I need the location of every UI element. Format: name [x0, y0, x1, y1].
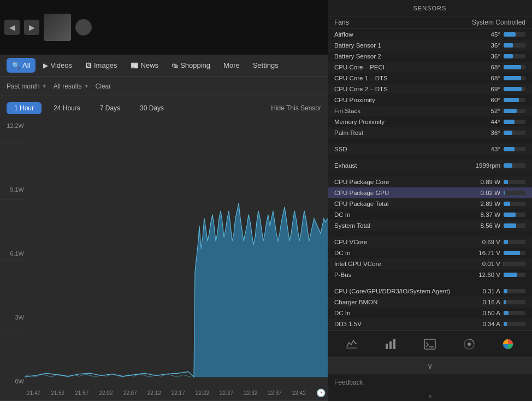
sensor-bar — [504, 262, 504, 266]
sensor-divider-11 — [328, 155, 532, 160]
sensor-bar — [504, 322, 507, 326]
x-label-1: 21:52 — [51, 390, 64, 396]
x-label-9: 22:32 — [244, 390, 257, 396]
tab-settings[interactable]: Settings — [247, 58, 284, 73]
sensor-bar-wrap — [504, 322, 525, 326]
cpu-graph-icon[interactable] — [343, 335, 360, 353]
filter-bar: Past month ▼ All results ▼ Clear — [0, 76, 328, 96]
browser-top: ◀ ▶ — [0, 0, 328, 55]
sensor-row: CPU Proximity 60° — [328, 95, 532, 105]
sensor-bar — [504, 54, 513, 58]
feedback-link[interactable]: Feedback — [334, 379, 363, 386]
sensor-name: P-Bus — [334, 272, 462, 278]
toolbar-bottom — [328, 330, 532, 357]
x-label-6: 22:17 — [172, 390, 185, 396]
sensor-name: Intel GPU VCore — [334, 261, 462, 267]
sensor-bar-wrap — [504, 262, 525, 266]
disk-icon[interactable] — [460, 335, 478, 353]
sensor-bar-wrap — [504, 43, 525, 48]
time-filter[interactable]: Past month ▼ — [7, 82, 47, 90]
7days-button[interactable]: 7 Days — [92, 102, 128, 114]
results-filter[interactable]: All results ▼ — [54, 82, 89, 90]
sensor-divider-12 — [328, 171, 532, 176]
sensor-value: 12.60 V — [462, 272, 500, 278]
30days-button[interactable]: 30 Days — [132, 102, 172, 114]
y-label-2: 9.1W — [2, 186, 24, 193]
sensor-name: Fin Stack — [334, 108, 462, 114]
1hour-button[interactable]: 1 Hour — [7, 102, 42, 114]
sensor-bar — [504, 87, 522, 91]
sensor-value: 0.16 A — [462, 299, 500, 305]
x-label-0: 21:47 — [27, 390, 40, 396]
left-panel: ◀ ▶ 🔍 All ▶ Videos 🖼 Images 📰 News 🛍 Sho… — [0, 0, 328, 401]
sensor-bar — [504, 240, 508, 244]
sensor-bar — [504, 191, 505, 195]
sensor-value: 0.01 V — [462, 261, 500, 267]
sensor-bar-wrap — [504, 131, 525, 135]
sensor-value: 0.02 W — [462, 190, 500, 196]
tab-news[interactable]: 📰 News — [125, 58, 164, 73]
tab-all[interactable]: 🔍 All — [7, 58, 36, 73]
sensor-bar-wrap — [504, 54, 525, 58]
sensor-name: CPU Core 1 – DTS — [334, 75, 462, 81]
sensor-name: CPU VCore — [334, 239, 462, 245]
sensor-row: CPU Core – PECI 68° — [328, 62, 532, 73]
clear-button[interactable]: Clear — [96, 82, 111, 90]
collapse-button[interactable]: ∧ — [328, 390, 532, 401]
sensor-name: CPU Core – PECI — [334, 64, 462, 70]
terminal-icon[interactable] — [421, 335, 439, 353]
sensor-value: 8.56 W — [462, 222, 500, 229]
avatar — [75, 19, 92, 36]
sensor-row: CPU Package GPU 0.02 W — [328, 187, 532, 198]
sensor-row: Charger BMON 0.16 A — [328, 297, 532, 308]
sensor-bar-wrap — [504, 273, 525, 277]
sensor-value: 45° — [462, 31, 500, 38]
sensor-value: 36° — [462, 129, 500, 136]
sensor-row: CPU Core 2 – DTS 69° — [328, 84, 532, 95]
expand-button[interactable]: ∨ — [328, 357, 532, 374]
x-label-7: 22:22 — [196, 390, 209, 396]
sensor-bar — [504, 163, 512, 168]
tab-images[interactable]: 🖼 Images — [80, 58, 123, 73]
back-button[interactable]: ◀ — [4, 20, 20, 35]
sensor-row: DC In 0.50 A — [328, 308, 532, 319]
forward-button[interactable]: ▶ — [24, 20, 39, 35]
sensor-bar-wrap — [504, 32, 525, 37]
sensor-row: System Total 8.56 W — [328, 220, 532, 231]
sensor-value: 8.37 W — [462, 211, 500, 218]
sensor-name: Memory Proximity — [334, 119, 462, 125]
sensor-name: System Total — [334, 222, 462, 229]
sensor-bar — [504, 180, 508, 184]
x-label-4: 22:07 — [123, 390, 137, 396]
chevron-down-icon-2: ▼ — [84, 84, 89, 89]
tab-videos[interactable]: ▶ Videos — [38, 58, 78, 73]
sensor-value: 60° — [462, 97, 500, 103]
sensor-value: 52° — [462, 108, 500, 114]
sensor-value: 0.31 A — [462, 288, 500, 294]
svg-rect-4 — [389, 341, 392, 349]
sensor-row: Palm Rest 36° — [328, 127, 532, 138]
chart-svg — [25, 120, 328, 385]
sensor-row: CPU Core 1 – DTS 68° — [328, 73, 532, 84]
sensor-row: Airflow 45° — [328, 29, 532, 40]
sensor-bar-wrap — [504, 163, 525, 168]
tab-more[interactable]: More — [218, 58, 245, 73]
color-wheel-icon[interactable] — [499, 335, 517, 353]
sensor-name: CPU Core 2 – DTS — [334, 86, 462, 92]
sensor-bar-wrap — [504, 289, 525, 293]
sensor-row: Fin Stack 52° — [328, 105, 532, 116]
sensor-row: P-Bus 12.60 V — [328, 269, 532, 280]
stats-icon[interactable] — [382, 335, 399, 353]
tab-images-label: Images — [94, 61, 117, 69]
search-tabs: 🔍 All ▶ Videos 🖼 Images 📰 News 🛍 Shoppin… — [0, 55, 328, 76]
y-axis: 12.2W 9.1W 6.1W 3W 0W — [0, 120, 25, 385]
tab-shopping[interactable]: 🛍 Shopping — [166, 58, 216, 73]
sensor-bar-wrap — [504, 109, 525, 113]
svg-rect-6 — [424, 339, 435, 349]
chevron-down-icon-expand: ∨ — [427, 362, 433, 370]
24hours-button[interactable]: 24 Hours — [46, 102, 88, 114]
sensor-bar — [504, 76, 521, 80]
sensor-row: SSD 43° — [328, 144, 532, 155]
hide-sensor-button[interactable]: Hide This Sensor — [271, 104, 321, 112]
x-label-11: 22:42 — [292, 390, 306, 396]
